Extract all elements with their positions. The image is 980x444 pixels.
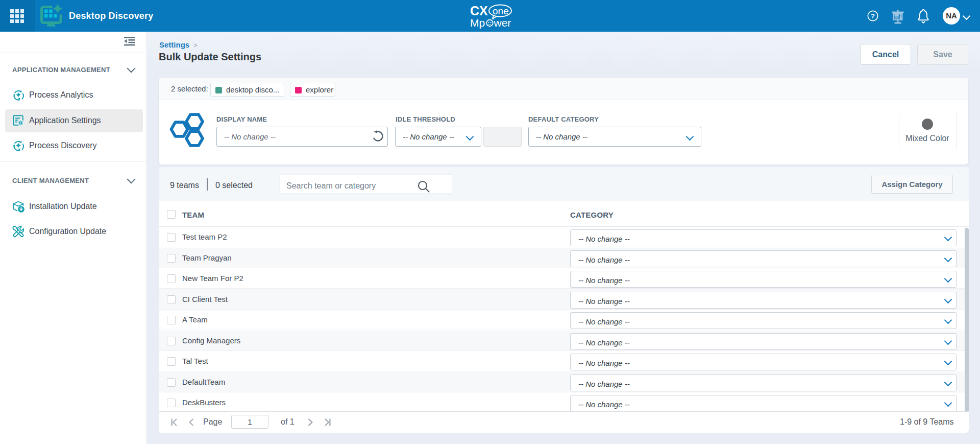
svg-text:CX: CX — [470, 4, 488, 18]
svg-text:one: one — [493, 6, 509, 16]
svg-text:?: ? — [871, 12, 875, 20]
svg-text:wer: wer — [494, 17, 511, 29]
svg-text:Mp: Mp — [470, 17, 485, 29]
